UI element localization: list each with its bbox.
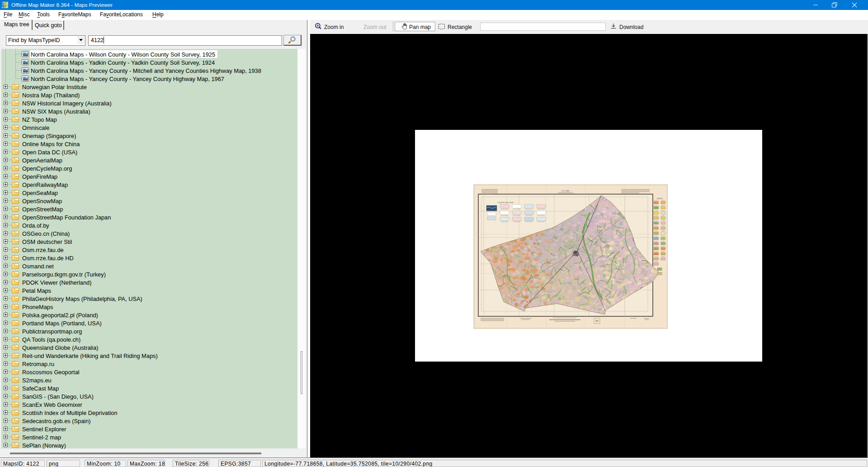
svg-text:CONVENTIONAL SIGNS: CONVENTIONAL SIGNS [497, 202, 514, 204]
svg-text:SOIL MAP: SOIL MAP [561, 190, 570, 192]
svg-text:LEGEND: LEGEND [656, 198, 663, 200]
